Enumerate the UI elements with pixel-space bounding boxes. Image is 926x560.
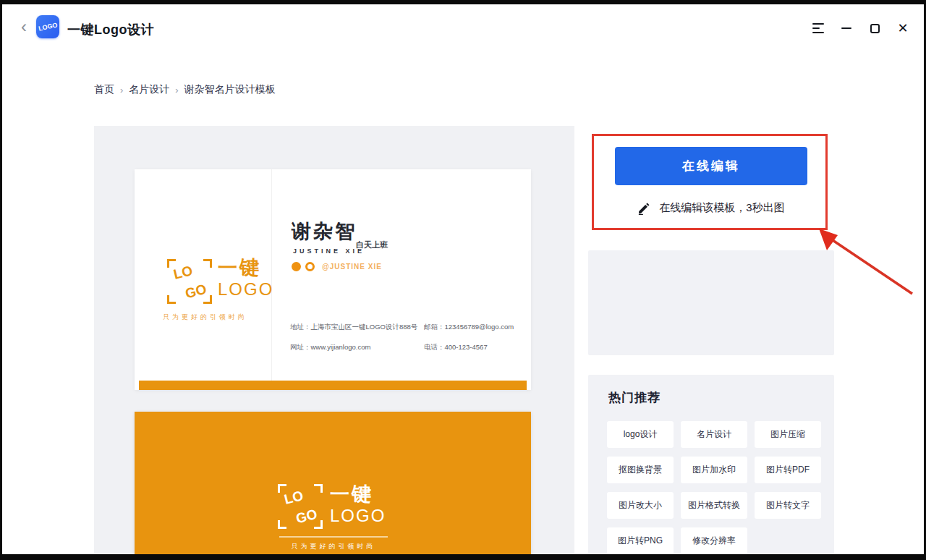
- card-accent-bar: [139, 381, 527, 390]
- contact-website: 网址：www.yijianlogo.com: [290, 343, 424, 352]
- logo-mark-text: LO: [172, 263, 195, 283]
- person-name: 谢杂智: [292, 219, 357, 245]
- breadcrumb-separator-icon: ›: [120, 85, 123, 96]
- minimize-icon[interactable]: [838, 20, 854, 36]
- logo-mark-text: LO: [283, 488, 305, 508]
- template-preview-panel: LO GO 一键 LOGO 只为更好的引领时尚 谢杂智 白天上班 JUSTINE…: [94, 126, 574, 554]
- pencil-icon: [637, 202, 650, 215]
- app-window-frame: ‹ LOGO 一键Logo设计 ✕ 首页 › 名片设计 › 谢杂智名片设计模板: [0, 0, 926, 560]
- brand-name-en: LOGO: [330, 506, 386, 527]
- breadcrumb-separator-icon: ›: [175, 85, 178, 96]
- app-logo-icon-text: LOGO: [38, 21, 58, 32]
- side-placeholder-panel: [588, 250, 834, 355]
- app-logo-icon: LOGO: [36, 15, 59, 38]
- chip-image-to-text[interactable]: 图片转文字: [755, 492, 821, 519]
- hot-recommendations-panel: 热门推荐 logo设计 名片设计 图片压缩 抠图换背景 图片加水印 图片转PDF…: [588, 375, 834, 554]
- chip-image-to-png[interactable]: 图片转PNG: [607, 527, 674, 554]
- breadcrumb-current: 谢杂智名片设计模板: [184, 83, 276, 96]
- brand-name-cn: 一键: [218, 258, 273, 279]
- breadcrumb-home[interactable]: 首页: [94, 83, 114, 96]
- business-card-front[interactable]: LO GO 一键 LOGO 只为更好的引领时尚 谢杂智 白天上班 JUSTINE…: [135, 169, 531, 390]
- business-card-back[interactable]: LO GO 一键 LOGO 只为更好的引领时尚: [135, 412, 531, 554]
- chip-background-remove[interactable]: 抠图换背景: [607, 457, 674, 483]
- chip-watermark[interactable]: 图片加水印: [681, 457, 747, 483]
- brand-text: 一键 LOGO: [218, 258, 273, 300]
- chip-card-design[interactable]: 名片设计: [681, 421, 747, 448]
- app-title: 一键Logo设计: [67, 21, 154, 38]
- edit-caption: 在线编辑该模板，3秒出图: [615, 201, 807, 215]
- logo-bracket-mark: LO GO: [167, 259, 212, 304]
- chip-format-convert[interactable]: 图片格式转换: [681, 492, 747, 519]
- social-row: @JUSTINE XIE: [292, 262, 382, 271]
- contact-email: 邮箱：123456789@logo.com: [424, 323, 522, 332]
- social-icon: [292, 262, 301, 271]
- recommendation-chips: logo设计 名片设计 图片压缩 抠图换背景 图片加水印 图片转PDF 图片改大…: [607, 421, 834, 554]
- social-handle: @JUSTINE XIE: [322, 263, 382, 271]
- chip-image-compress[interactable]: 图片压缩: [755, 421, 821, 448]
- brand-name-en: LOGO: [218, 279, 273, 300]
- menu-icon[interactable]: [810, 20, 826, 36]
- app-window: ‹ LOGO 一键Logo设计 ✕ 首页 › 名片设计 › 谢杂智名片设计模板: [2, 4, 924, 554]
- window-controls: ✕: [810, 20, 911, 36]
- hot-recommendations-title: 热门推荐: [608, 389, 834, 406]
- brand-text: 一键 LOGO: [330, 484, 386, 526]
- chip-logo-design[interactable]: logo设计: [607, 421, 674, 448]
- card-back-divider: [279, 536, 388, 538]
- edit-caption-text: 在线编辑该模板，3秒出图: [659, 201, 784, 215]
- contact-phone: 电话：400-123-4567: [424, 343, 522, 352]
- chip-image-resize[interactable]: 图片改大小: [607, 492, 674, 519]
- chip-resolution-edit[interactable]: 修改分辨率: [681, 527, 747, 554]
- close-icon[interactable]: ✕: [895, 20, 911, 36]
- contact-info: 地址：上海市宝山区一键LOGO设计888号 邮箱：123456789@logo.…: [290, 323, 522, 352]
- social-icon: [305, 262, 315, 271]
- brand-tagline: 只为更好的引领时尚: [265, 542, 402, 551]
- brand-tagline: 只为更好的引领时尚: [149, 313, 261, 322]
- titlebar: ‹ LOGO 一键Logo设计 ✕: [2, 4, 924, 52]
- brand-name-cn: 一键: [330, 484, 386, 506]
- online-edit-button[interactable]: 在线编辑: [615, 147, 807, 185]
- maximize-icon[interactable]: [867, 20, 883, 36]
- breadcrumb-category[interactable]: 名片设计: [129, 83, 169, 96]
- logo-bracket-mark: LO GO: [278, 484, 323, 529]
- contact-address: 地址：上海市宝山区一键LOGO设计888号: [290, 323, 424, 332]
- person-name-en: JUSTINE XIE: [293, 247, 365, 255]
- chip-image-to-pdf[interactable]: 图片转PDF: [755, 457, 821, 483]
- breadcrumb: 首页 › 名片设计 › 谢杂智名片设计模板: [94, 83, 276, 96]
- back-button[interactable]: ‹: [15, 17, 33, 38]
